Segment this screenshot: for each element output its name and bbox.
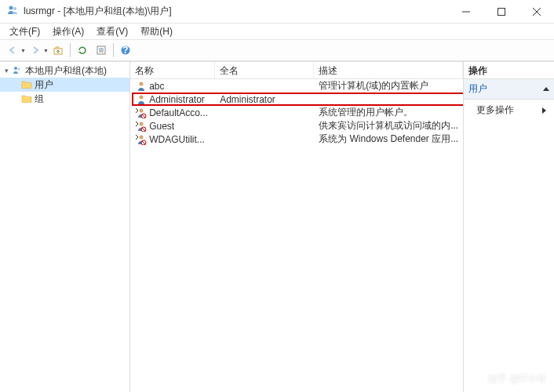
list-pane: 名称 全名 描述 abc管理计算机(域)的内置帐户AdministratorAd… [130,62,464,392]
cell-name-text: Guest [149,121,174,132]
actions-more[interactable]: 更多操作 [464,100,554,121]
cell-name-text: Administrator [149,94,205,105]
menu-action[interactable]: 操作(A) [46,24,90,40]
col-fullname[interactable]: 全名 [215,62,314,78]
cell-name-text: WDAGUtilit... [149,134,205,145]
col-name[interactable]: 名称 [130,62,215,78]
tree-root[interactable]: ▾ 本地用户和组(本地) [0,64,129,78]
list-row[interactable]: DefaultAcco...系统管理的用户帐户。 [130,106,463,119]
actions-pane: 操作 用户 更多操作 [464,62,554,392]
menu-file[interactable]: 文件(F) [3,24,46,40]
list-row[interactable]: abc管理计算机(域)的内置帐户 [130,79,463,93]
watermark: 知乎 @IT小哥 [474,372,546,386]
list-body: abc管理计算机(域)的内置帐户AdministratorAdministrat… [130,79,463,392]
back-button[interactable]: ▼ [3,42,26,59]
user-icon [135,107,148,118]
list-row[interactable]: WDAGUtilit...系统为 Windows Defender 应用... [130,132,463,146]
actions-group-users[interactable]: 用户 [464,79,554,100]
cell-desc: 系统为 Windows Defender 应用... [314,132,463,146]
minimize-button[interactable] [448,0,483,24]
tree-groups[interactable]: 组 [0,92,129,106]
user-icon [135,81,148,92]
properties-button[interactable] [93,42,110,59]
triangle-right-icon [542,107,549,114]
menu-view[interactable]: 查看(V) [90,24,134,40]
list-row[interactable]: Guest供来宾访问计算机或访问域的内... [130,119,463,132]
svg-point-1 [13,7,16,10]
actions-more-label: 更多操作 [476,103,514,117]
svg-point-19 [140,122,144,125]
tree-users[interactable]: 用户 [0,78,129,92]
svg-point-13 [14,67,17,70]
tree-root-label: 本地用户和组(本地) [25,64,107,78]
chevron-up-icon [543,84,549,91]
tree-users-label: 用户 [35,78,53,92]
svg-rect-23 [474,374,485,385]
cell-desc: 系统管理的用户帐户。 [314,106,463,119]
folder-icon [20,79,33,90]
cell-name-text: DefaultAcco... [149,107,208,118]
actions-group-label: 用户 [468,82,487,96]
help-button[interactable]: ? [117,42,134,59]
svg-point-0 [9,6,13,10]
svg-point-15 [140,82,144,85]
tree-groups-label: 组 [35,93,44,106]
cell-fullname: Administrator [215,94,314,105]
user-icon [135,134,148,145]
svg-point-14 [18,68,20,71]
menubar: 文件(F) 操作(A) 查看(V) 帮助(H) [0,24,554,39]
main-content: ▾ 本地用户和组(本地) 用户 组 名称 全名 描述 abc管理计算机(域)的内… [0,61,554,392]
expand-icon[interactable]: ▾ [2,67,11,74]
app-icon [6,4,19,19]
svg-point-17 [140,108,144,112]
folder-icon [20,93,33,104]
maximize-button[interactable] [483,0,519,24]
list-header: 名称 全名 描述 [130,62,463,79]
user-icon [135,94,148,105]
svg-point-21 [140,135,144,139]
tree-pane: ▾ 本地用户和组(本地) 用户 组 [0,62,130,392]
toolbar: ▼ ▼ ? [0,39,554,61]
window-title: lusrmgr - [本地用户和组(本地)\用户] [24,5,448,18]
cell-name-text: abc [149,81,164,92]
cell-desc: 管理计算机(域)的内置帐户 [314,79,463,93]
titlebar: lusrmgr - [本地用户和组(本地)\用户] [0,0,554,24]
menu-help[interactable]: 帮助(H) [134,24,179,40]
actions-title: 操作 [464,62,554,79]
svg-text:?: ? [122,45,128,56]
window-controls [448,0,554,24]
list-row[interactable]: AdministratorAdministrator [130,93,463,106]
col-desc[interactable]: 描述 [314,62,463,78]
svg-rect-3 [498,8,505,15]
forward-button[interactable]: ▼ [26,42,49,59]
up-button[interactable] [49,42,67,59]
close-button[interactable] [519,0,554,24]
users-group-icon [11,65,24,76]
refresh-button[interactable] [74,42,91,59]
cell-desc: 供来宾访问计算机或访问域的内... [314,119,463,132]
user-icon [135,121,148,132]
svg-point-16 [140,95,144,99]
